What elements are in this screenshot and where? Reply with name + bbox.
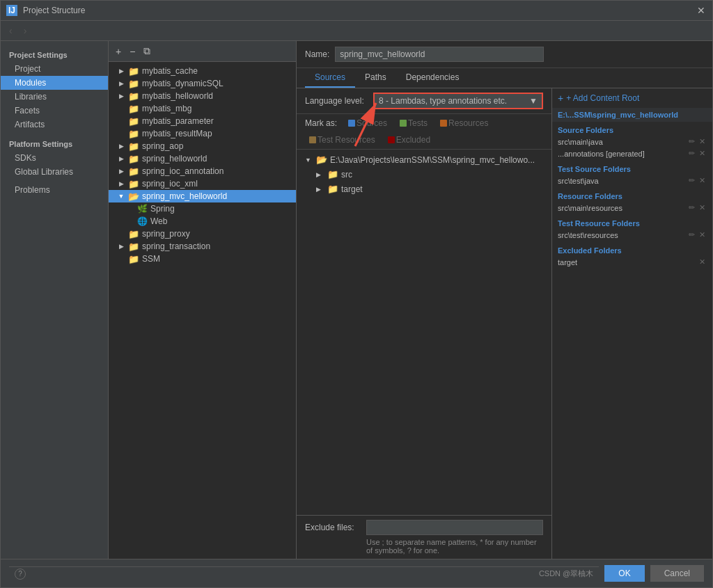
sidebar-item-libraries[interactable]: Libraries (1, 90, 108, 104)
tabs-bar: Sources Paths Dependencies (297, 68, 712, 88)
marker-sources-button[interactable]: Sources (344, 117, 391, 129)
edit-test-source-folder-button[interactable]: ✏ (687, 176, 696, 185)
tree-item-spring-proxy[interactable]: 📁 spring_proxy (109, 228, 296, 240)
remove-resource-folder-button[interactable]: ✕ (698, 203, 707, 212)
remove-excluded-folder-button[interactable]: ✕ (698, 257, 707, 267)
sidebar-item-global-libraries[interactable]: Global Libraries (1, 165, 108, 179)
tree-item-spring-ioc-annotation[interactable]: ▶ 📁 spring_ioc_annotation (109, 165, 296, 177)
module-icon: 📁 (128, 79, 139, 88)
sources-sidebar: + + Add Content Root E:\...SSM\spring_mv… (552, 88, 712, 559)
expand-icon: ▶ (117, 67, 125, 74)
excluded-folder-label: target (558, 258, 696, 267)
remove-module-button[interactable]: − (127, 45, 138, 58)
language-level-row: Language level: 8 - Lambdas, type annota… (297, 88, 551, 114)
svg-text:IJ: IJ (8, 6, 15, 15)
markers-row: Mark as: Sources Tests Res (297, 114, 551, 150)
tests-marker-icon (400, 120, 407, 127)
facet-label: Spring (150, 204, 175, 214)
excluded-folder-entry-1: target ✕ (552, 256, 712, 268)
module-tree: ▶ 📁 mybatis_cache ▶ 📁 mybatis_dynamicSQL… (109, 62, 296, 559)
sidebar-item-modules[interactable]: Modules (1, 76, 108, 90)
language-level-wrapper: 8 - Lambdas, type annotations etc. ▼ (373, 93, 543, 109)
tree-item-mybatis-resultmap[interactable]: 📁 mybatis_resultMap (109, 127, 296, 140)
add-content-root-button[interactable]: + + Add Content Root (552, 88, 712, 108)
sidebar-item-sdks[interactable]: SDKs (1, 151, 108, 165)
tree-item-mybatis-helloworld[interactable]: ▶ 📁 mybatis_helloworld (109, 90, 296, 102)
module-label: spring_proxy (142, 229, 190, 239)
sidebar-item-problems[interactable]: Problems (1, 183, 108, 197)
path-item-src[interactable]: ▶ 📁 src (297, 167, 551, 182)
module-label: mybatis_helloworld (142, 91, 213, 101)
tree-item-spring-helloworld[interactable]: ▶ 📁 spring_helloworld (109, 152, 296, 165)
remove-source-folder-button[interactable]: ✕ (698, 137, 707, 146)
tree-item-mybatis-mbg[interactable]: 📁 mybatis_mbg (109, 102, 296, 115)
back-button[interactable]: ‹ (6, 24, 15, 38)
tree-item-mybatis-cache[interactable]: ▶ 📁 mybatis_cache (109, 65, 296, 77)
marker-excluded-label: Excluded (396, 135, 430, 145)
sidebar-item-project[interactable]: Project (1, 62, 108, 76)
dialog-footer: ? CSDN @翠柚木 OK Cancel (1, 559, 712, 587)
test-source-folders-section: Test Source Folders src\test\java ✏ ✕ (552, 162, 712, 186)
marker-excluded-button[interactable]: Excluded (384, 134, 434, 146)
expand-icon: ▶ (117, 155, 125, 162)
forward-button[interactable]: › (21, 24, 30, 38)
module-icon: 📁 (128, 242, 139, 251)
remove-test-source-folder-button[interactable]: ✕ (698, 176, 707, 185)
ok-button[interactable]: OK (604, 565, 644, 582)
expand-icon: ▶ (316, 186, 324, 193)
path-label: target (341, 184, 363, 194)
marker-resources-button[interactable]: Resources (436, 117, 492, 129)
resources-marker-icon (440, 120, 447, 127)
module-icon: 📁 (128, 67, 139, 75)
module-label: mybatis_cache (142, 66, 198, 76)
tree-item-spring-facet[interactable]: 🌿 Spring (109, 202, 296, 215)
left-panel: Project Settings Project Modules Librari… (1, 41, 109, 559)
edit-resource-folder-button[interactable]: ✏ (687, 203, 696, 212)
path-item-target[interactable]: ▶ 📁 target (297, 182, 551, 196)
module-label: mybatis_dynamicSQL (142, 79, 224, 88)
tree-item-spring-mvc-helloworld[interactable]: ▼ 📂 spring_mvc_helloworld (109, 190, 296, 202)
module-label: mybatis_parameter (142, 116, 214, 126)
copy-module-button[interactable]: ⧉ (141, 44, 153, 58)
tree-item-mybatis-parameter[interactable]: 📁 mybatis_parameter (109, 115, 296, 127)
tree-item-spring-transaction[interactable]: ▶ 📁 spring_transaction (109, 240, 296, 253)
edit-source-folder-button[interactable]: ✏ (687, 149, 696, 158)
close-button[interactable]: ✕ (696, 5, 707, 16)
edit-test-resource-folder-button[interactable]: ✏ (687, 230, 696, 239)
help-button[interactable]: ? (15, 569, 26, 580)
tab-dependencies[interactable]: Dependencies (396, 68, 469, 88)
module-icon: 📁 (128, 255, 139, 263)
tree-item-spring-aop[interactable]: ▶ 📁 spring_aop (109, 140, 296, 152)
expand-icon: ▶ (117, 80, 125, 87)
sidebar-item-artifacts[interactable]: Artifacts (1, 118, 108, 132)
language-level-value: 8 - Lambdas, type annotations etc. (379, 96, 507, 106)
tree-item-spring-ioc-xml[interactable]: ▶ 📁 spring_ioc_xml (109, 177, 296, 190)
expand-icon: ▶ (117, 143, 125, 150)
tree-item-mybatis-dynamicsql[interactable]: ▶ 📁 mybatis_dynamicSQL (109, 77, 296, 90)
tree-item-ssm[interactable]: 📁 SSM (109, 253, 296, 265)
sidebar-item-facets[interactable]: Facets (1, 104, 108, 118)
add-module-button[interactable]: + (113, 45, 124, 58)
expand-icon: ▼ (117, 193, 125, 200)
name-input[interactable] (335, 47, 544, 62)
tree-item-web-facet[interactable]: 🌐 Web (109, 215, 296, 228)
exclude-files-input[interactable] (366, 520, 543, 535)
tab-paths[interactable]: Paths (355, 68, 396, 88)
folder-entry-actions: ✏ ✕ (687, 149, 707, 158)
middle-toolbar: + − ⧉ (109, 41, 296, 62)
remove-test-resource-folder-button[interactable]: ✕ (698, 230, 707, 239)
edit-source-folder-button[interactable]: ✏ (687, 137, 696, 146)
cancel-button[interactable]: Cancel (650, 565, 704, 582)
marker-resources-label: Resources (448, 118, 488, 128)
language-level-select[interactable]: 8 - Lambdas, type annotations etc. ▼ (373, 93, 543, 109)
source-tree: ▼ 📂 E:\Java\Projects\learnSSM\SSM\spring… (297, 150, 551, 515)
test-resources-marker-icon (309, 136, 316, 143)
path-item-root[interactable]: ▼ 📂 E:\Java\Projects\learnSSM\SSM\spring… (297, 152, 551, 167)
right-panel: Name: Sources Paths Dependencies Languag… (297, 41, 712, 559)
remove-source-folder-button[interactable]: ✕ (698, 149, 707, 158)
source-folder-label: ...annotations [generated] (558, 150, 686, 158)
module-label: spring_ioc_annotation (142, 166, 224, 176)
tab-sources[interactable]: Sources (305, 68, 355, 88)
marker-tests-button[interactable]: Tests (395, 117, 432, 129)
marker-test-resources-button[interactable]: Test Resources (305, 134, 379, 146)
